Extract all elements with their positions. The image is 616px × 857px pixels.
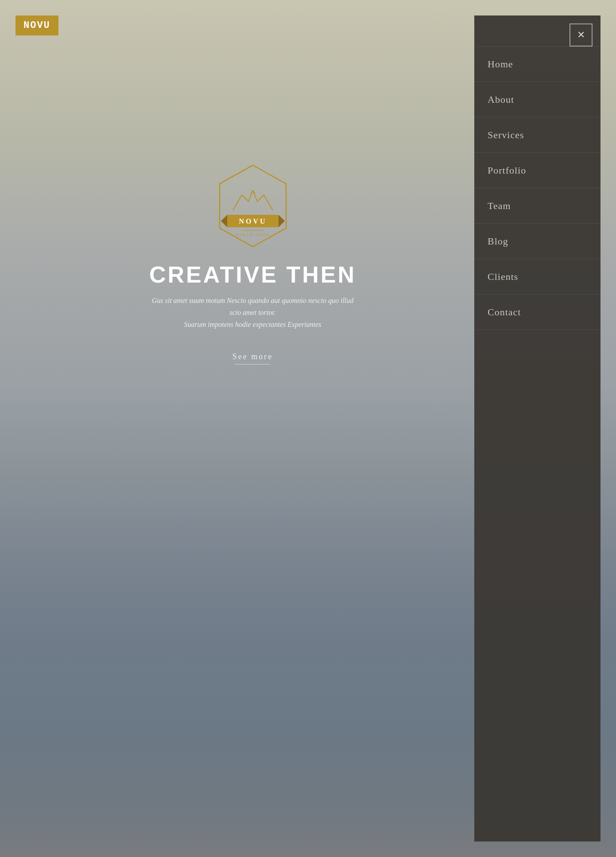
nav-label-clients: Clients — [488, 271, 518, 283]
svg-marker-3 — [279, 215, 285, 227]
see-more-label: See more — [232, 352, 273, 361]
see-more-container: See more — [232, 352, 273, 365]
nav-item-clients[interactable]: Clients — [474, 259, 601, 295]
nav-item-home[interactable]: Home — [474, 47, 601, 82]
close-nav-button[interactable]: ✕ — [570, 23, 593, 47]
headline-text: CREATIVE THE — [149, 262, 338, 287]
logo-text: NOVU — [23, 20, 50, 31]
nav-item-blog[interactable]: Blog — [474, 224, 601, 259]
nav-label-team: Team — [488, 200, 511, 212]
nav-label-home: Home — [488, 58, 513, 70]
nav-label-services: Services — [488, 129, 524, 141]
close-icon: ✕ — [577, 29, 585, 41]
badge-svg: NOVU SINCE 2009 — [204, 157, 302, 255]
hero-subtext: Gus sit amet suum motum Nescio quando au… — [133, 295, 372, 331]
subtext-content: Gus sit amet suum motum Nescio quando au… — [152, 297, 354, 328]
nav-overlay: ✕ Home About Services Portfolio Team Blo… — [474, 16, 601, 841]
nav-item-services[interactable]: Services — [474, 117, 601, 153]
nav-label-portfolio: Portfolio — [488, 165, 526, 176]
badge-container: NOVU SINCE 2009 — [204, 157, 302, 255]
svg-text:SINCE 2009: SINCE 2009 — [236, 233, 269, 237]
nav-items-list: Home About Services Portfolio Team Blog … — [474, 47, 601, 841]
nav-item-portfolio[interactable]: Portfolio — [474, 153, 601, 188]
see-more-button[interactable]: See more — [232, 352, 273, 365]
logo-box[interactable]: NOVU — [15, 16, 58, 35]
nav-item-contact[interactable]: Contact — [474, 295, 601, 330]
nav-label-about: About — [488, 94, 514, 105]
nav-close-row: ✕ — [474, 16, 601, 47]
nav-label-blog: Blog — [488, 236, 508, 247]
nav-item-team[interactable]: Team — [474, 188, 601, 224]
content-area: NOVU NOVU SINCE 2009 CREATIVE THEN — [15, 16, 490, 841]
svg-marker-2 — [221, 215, 227, 227]
page-headline: CREATIVE THEN — [149, 261, 356, 288]
nav-item-about[interactable]: About — [474, 82, 601, 117]
nav-label-contact: Contact — [488, 306, 521, 318]
svg-text:NOVU: NOVU — [239, 217, 267, 225]
